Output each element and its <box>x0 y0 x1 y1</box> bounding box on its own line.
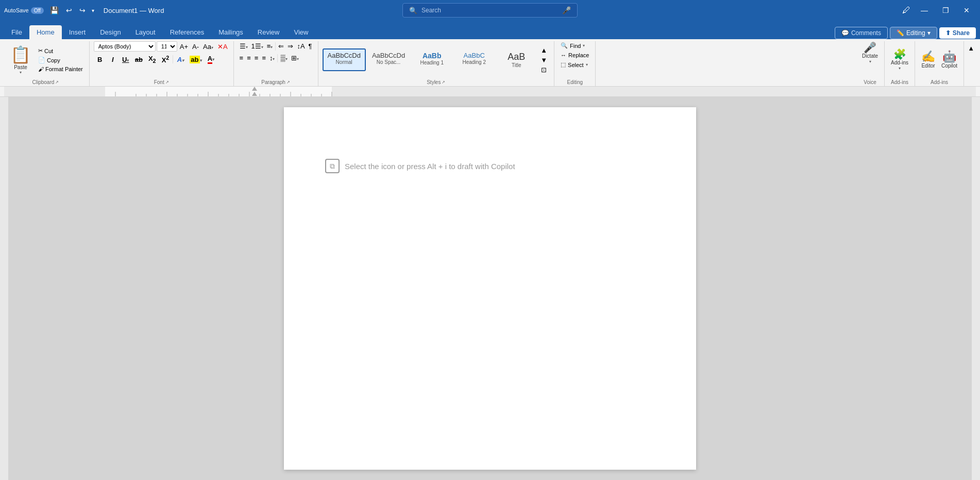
addins-icon: 🧩 <box>893 49 906 59</box>
text-effects-button[interactable]: A▾ <box>174 55 187 64</box>
editor-icon: ✍ <box>921 51 935 62</box>
strikethrough-button[interactable]: ab <box>132 55 145 64</box>
ribbon-group-clipboard: 📋 Paste ▾ ✂ Cut 📄 Copy 🖌 Format <box>2 41 90 86</box>
para-expand-icon[interactable]: ↗ <box>286 80 290 85</box>
style-heading2[interactable]: AaBbC Heading 2 <box>453 48 495 71</box>
italic-button[interactable]: I <box>107 55 119 64</box>
close-button[interactable]: ✕ <box>957 4 976 16</box>
styles-group-label: Styles ↗ <box>323 78 550 86</box>
font-expand-icon[interactable]: ↗ <box>165 80 169 85</box>
font-group-label: Font ↗ <box>94 78 229 86</box>
restore-button[interactable]: ❐ <box>936 4 955 16</box>
doc-scroll[interactable]: ⧉ Select the icon or press Alt + i to dr… <box>8 97 972 480</box>
copilot-draft-icon[interactable]: ⧉ <box>325 159 340 173</box>
borders-button[interactable]: ⊞▾ <box>290 53 300 63</box>
redo-button[interactable]: ↪ <box>76 5 89 15</box>
title-bar: AutoSave Off 💾 ↩ ↪ ▾ Document1 — Word 🔍 … <box>0 0 980 21</box>
copilot-hint-area: ⧉ Select the icon or press Alt + i to dr… <box>325 159 655 173</box>
ai-group-label: Add-ins <box>919 78 959 86</box>
tab-design[interactable]: Design <box>93 25 128 39</box>
styles-more[interactable]: ⊡ <box>539 65 549 75</box>
numbered-list-button[interactable]: 1☰▾ <box>250 41 265 51</box>
style-title[interactable]: AaB Title <box>496 48 537 71</box>
dictate-icon: 🎤 <box>864 42 876 53</box>
underline-button[interactable]: U▾ <box>120 55 132 64</box>
find-button[interactable]: 🔍 Find ▾ <box>559 41 587 50</box>
styles-scroll-up[interactable]: ▲ <box>539 45 549 55</box>
comments-button[interactable]: 💬 Comments <box>835 27 888 39</box>
tab-review[interactable]: Review <box>250 25 287 39</box>
tab-insert[interactable]: Insert <box>62 25 93 39</box>
styles-scroll-down[interactable]: ▼ <box>539 55 549 65</box>
bullet-list-button[interactable]: ☰▾ <box>238 41 249 51</box>
copy-button[interactable]: 📄 Copy <box>36 56 85 64</box>
clipboard-expand-icon[interactable]: ↗ <box>55 80 59 85</box>
highlight-button[interactable]: ab▾ <box>187 55 204 64</box>
tab-home[interactable]: Home <box>29 25 62 39</box>
align-left-button[interactable]: ≡ <box>238 53 245 63</box>
align-right-button[interactable]: ≡ <box>253 53 260 63</box>
tab-file[interactable]: File <box>4 25 29 39</box>
tab-layout[interactable]: Layout <box>128 25 163 39</box>
line-spacing-button[interactable]: ↕▾ <box>268 53 277 63</box>
change-case-button[interactable]: Aa▾ <box>201 42 215 52</box>
mic-icon[interactable]: 🎤 <box>562 6 571 14</box>
style-no-spacing[interactable]: AaBbCcDd No Spac... <box>367 48 410 71</box>
style-heading1-label: Heading 1 <box>420 60 444 65</box>
select-icon: ⬚ <box>561 61 566 68</box>
tab-view[interactable]: View <box>286 25 315 39</box>
format-painter-button[interactable]: 🖌 Format Painter <box>36 65 85 73</box>
style-normal[interactable]: AaBbCcDd Normal <box>323 48 366 71</box>
tab-mailings[interactable]: Mailings <box>211 25 250 39</box>
superscript-button[interactable]: X2 <box>159 54 172 65</box>
share-button[interactable]: ⬆ Share <box>939 27 976 39</box>
style-heading2-label: Heading 2 <box>462 59 486 65</box>
justify-button[interactable]: ≡ <box>260 53 267 63</box>
pen-icon[interactable]: 🖊 <box>900 5 913 16</box>
addins-dropdown: ▾ <box>899 66 901 71</box>
increase-indent-button[interactable]: ⇒ <box>286 41 295 51</box>
paste-button[interactable]: 📋 Paste ▾ <box>6 43 35 77</box>
font-separator <box>173 55 173 63</box>
shading-button[interactable]: ▒▾ <box>279 53 289 63</box>
dictate-button[interactable]: 🎤 Dictate ▾ <box>860 41 880 65</box>
minimize-button[interactable]: — <box>915 4 934 16</box>
style-heading1[interactable]: AaBb Heading 1 <box>411 48 452 71</box>
save-button[interactable]: 💾 <box>47 5 62 15</box>
font-name-select[interactable]: Aptos (Body) <box>94 41 156 52</box>
align-center-button[interactable]: ≡ <box>245 53 252 63</box>
clear-format-button[interactable]: ✕A <box>216 42 229 52</box>
ribbon: 📋 Paste ▾ ✂ Cut 📄 Copy 🖌 Format <box>0 39 980 87</box>
shrink-font-button[interactable]: A- <box>191 42 200 52</box>
subscript-button[interactable]: X2 <box>146 54 159 65</box>
style-normal-preview: AaBbCcDd <box>328 52 361 59</box>
cut-button[interactable]: ✂ Cut <box>36 46 85 55</box>
select-button[interactable]: ⬚ Select ▾ <box>559 60 590 69</box>
sort-button[interactable]: ↕A <box>295 41 306 51</box>
replace-button[interactable]: ↔ Replace <box>559 51 591 59</box>
decrease-indent-button[interactable]: ⇐ <box>277 41 285 51</box>
quick-access-more[interactable]: ▾ <box>90 7 96 14</box>
editing-button[interactable]: ✏️ Editing ▾ <box>890 27 937 39</box>
autosave-toggle[interactable]: Off <box>31 7 44 14</box>
tab-references[interactable]: References <box>163 25 211 39</box>
styles-expand-icon[interactable]: ↗ <box>442 80 445 85</box>
style-normal-label: Normal <box>336 59 352 65</box>
copilot-button[interactable]: 🤖 Copilot <box>939 50 959 70</box>
font-color-button[interactable]: A▾ <box>205 54 217 65</box>
document-page[interactable]: ⧉ Select the icon or press Alt + i to dr… <box>284 107 696 470</box>
copy-icon: 📄 <box>38 57 45 63</box>
editor-button[interactable]: ✍ Editor <box>919 50 937 70</box>
ribbon-collapse-button[interactable]: ▲ <box>966 43 976 53</box>
bold-button[interactable]: B <box>94 55 106 64</box>
search-input[interactable] <box>421 7 550 14</box>
addins-button[interactable]: 🧩 Add-ins ▾ <box>889 48 910 72</box>
grow-font-button[interactable]: A+ <box>178 42 190 52</box>
ruler <box>0 87 980 97</box>
font-size-select[interactable]: 11 <box>157 41 177 52</box>
doc-title: Document1 — Word <box>104 7 164 14</box>
show-marks-button[interactable]: ¶ <box>307 41 314 51</box>
multilevel-list-button[interactable]: ≡▾ <box>265 41 275 51</box>
undo-button[interactable]: ↩ <box>63 5 75 15</box>
dictate-dropdown: ▾ <box>869 59 871 64</box>
